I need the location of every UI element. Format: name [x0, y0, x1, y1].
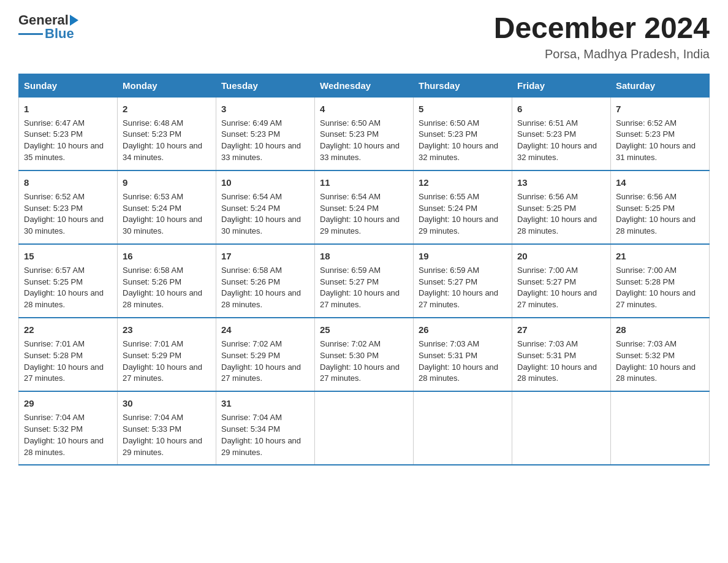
calendar-day-cell: 24Sunrise: 7:02 AMSunset: 5:29 PMDayligh… [216, 318, 315, 391]
day-info: Sunrise: 7:04 AMSunset: 5:33 PMDaylight:… [123, 413, 202, 457]
day-number: 9 [123, 176, 211, 190]
calendar-day-cell [611, 391, 710, 465]
calendar-day-cell: 14Sunrise: 6:56 AMSunset: 5:25 PMDayligh… [611, 170, 710, 244]
day-info: Sunrise: 7:01 AMSunset: 5:29 PMDaylight:… [123, 339, 202, 383]
day-info: Sunrise: 7:02 AMSunset: 5:29 PMDaylight:… [221, 339, 301, 383]
calendar-day-cell: 13Sunrise: 6:56 AMSunset: 5:25 PMDayligh… [512, 170, 611, 244]
location: Porsa, Madhya Pradesh, India [494, 47, 710, 61]
calendar-day-cell: 31Sunrise: 7:04 AMSunset: 5:34 PMDayligh… [216, 391, 315, 465]
day-info: Sunrise: 6:49 AMSunset: 5:23 PMDaylight:… [221, 118, 301, 163]
day-info: Sunrise: 6:48 AMSunset: 5:23 PMDaylight:… [123, 118, 202, 163]
column-header-monday: Monday [118, 74, 216, 97]
column-header-saturday: Saturday [611, 74, 710, 97]
day-info: Sunrise: 6:58 AMSunset: 5:26 PMDaylight:… [221, 266, 301, 310]
calendar-day-cell: 7Sunrise: 6:52 AMSunset: 5:23 PMDaylight… [611, 97, 710, 170]
day-info: Sunrise: 6:56 AMSunset: 5:25 PMDaylight:… [616, 192, 696, 236]
calendar-day-cell: 20Sunrise: 7:00 AMSunset: 5:27 PMDayligh… [512, 244, 611, 318]
day-number: 10 [221, 176, 309, 190]
calendar-day-cell: 4Sunrise: 6:50 AMSunset: 5:23 PMDaylight… [315, 97, 414, 170]
day-number: 12 [419, 176, 507, 190]
day-info: Sunrise: 6:54 AMSunset: 5:24 PMDaylight:… [221, 192, 301, 236]
day-info: Sunrise: 7:00 AMSunset: 5:28 PMDaylight:… [616, 266, 696, 310]
header: General Blue December 2024 Porsa, Madhya… [18, 12, 710, 61]
calendar-day-cell [414, 391, 512, 465]
day-info: Sunrise: 6:53 AMSunset: 5:24 PMDaylight:… [123, 192, 202, 236]
calendar-day-cell: 22Sunrise: 7:01 AMSunset: 5:28 PMDayligh… [19, 318, 118, 391]
calendar-day-cell: 29Sunrise: 7:04 AMSunset: 5:32 PMDayligh… [19, 391, 118, 465]
day-info: Sunrise: 6:59 AMSunset: 5:27 PMDaylight:… [320, 266, 400, 310]
column-header-sunday: Sunday [19, 74, 118, 97]
calendar-day-cell: 16Sunrise: 6:58 AMSunset: 5:26 PMDayligh… [118, 244, 216, 318]
day-info: Sunrise: 6:50 AMSunset: 5:23 PMDaylight:… [419, 118, 498, 163]
calendar-day-cell: 1Sunrise: 6:47 AMSunset: 5:23 PMDaylight… [19, 97, 118, 170]
calendar-week-row: 8Sunrise: 6:52 AMSunset: 5:23 PMDaylight… [19, 170, 710, 244]
calendar-day-cell: 12Sunrise: 6:55 AMSunset: 5:24 PMDayligh… [414, 170, 512, 244]
day-number: 16 [123, 250, 211, 263]
day-number: 17 [221, 250, 309, 263]
day-number: 5 [419, 102, 507, 116]
month-title: December 2024 [494, 12, 710, 45]
day-info: Sunrise: 7:04 AMSunset: 5:32 PMDaylight:… [24, 413, 104, 457]
column-header-tuesday: Tuesday [216, 74, 315, 97]
day-info: Sunrise: 6:57 AMSunset: 5:25 PMDaylight:… [24, 266, 104, 310]
day-number: 3 [221, 102, 309, 116]
day-number: 24 [221, 323, 309, 337]
calendar-table: SundayMondayTuesdayWednesdayThursdayFrid… [18, 74, 710, 466]
day-info: Sunrise: 7:02 AMSunset: 5:30 PMDaylight:… [320, 339, 400, 383]
calendar-day-cell: 6Sunrise: 6:51 AMSunset: 5:23 PMDaylight… [512, 97, 611, 170]
day-number: 2 [123, 102, 211, 116]
day-number: 8 [24, 176, 112, 190]
day-number: 4 [320, 102, 408, 116]
calendar-day-cell: 27Sunrise: 7:03 AMSunset: 5:31 PMDayligh… [512, 318, 611, 391]
calendar-week-row: 15Sunrise: 6:57 AMSunset: 5:25 PMDayligh… [19, 244, 710, 318]
day-number: 13 [517, 176, 605, 190]
day-info: Sunrise: 6:58 AMSunset: 5:26 PMDaylight:… [123, 266, 202, 310]
day-number: 7 [616, 102, 704, 116]
calendar-day-cell: 25Sunrise: 7:02 AMSunset: 5:30 PMDayligh… [315, 318, 414, 391]
column-header-wednesday: Wednesday [315, 74, 414, 97]
day-info: Sunrise: 6:52 AMSunset: 5:23 PMDaylight:… [616, 118, 696, 163]
day-number: 11 [320, 176, 408, 190]
day-info: Sunrise: 6:56 AMSunset: 5:25 PMDaylight:… [517, 192, 597, 236]
day-info: Sunrise: 6:52 AMSunset: 5:23 PMDaylight:… [24, 192, 104, 236]
calendar-day-cell [315, 391, 414, 465]
day-number: 6 [517, 102, 605, 116]
calendar-day-cell: 18Sunrise: 6:59 AMSunset: 5:27 PMDayligh… [315, 244, 414, 318]
day-number: 27 [517, 323, 605, 337]
calendar-day-cell: 23Sunrise: 7:01 AMSunset: 5:29 PMDayligh… [118, 318, 216, 391]
calendar-day-cell: 26Sunrise: 7:03 AMSunset: 5:31 PMDayligh… [414, 318, 512, 391]
day-info: Sunrise: 6:50 AMSunset: 5:23 PMDaylight:… [320, 118, 400, 163]
calendar-week-row: 22Sunrise: 7:01 AMSunset: 5:28 PMDayligh… [19, 318, 710, 391]
calendar-week-row: 1Sunrise: 6:47 AMSunset: 5:23 PMDaylight… [19, 97, 710, 170]
calendar-day-cell: 21Sunrise: 7:00 AMSunset: 5:28 PMDayligh… [611, 244, 710, 318]
day-info: Sunrise: 6:47 AMSunset: 5:23 PMDaylight:… [24, 118, 104, 163]
calendar-header-row: SundayMondayTuesdayWednesdayThursdayFrid… [19, 74, 710, 97]
logo-blue: Blue [45, 26, 74, 42]
logo-arrow-icon [70, 15, 78, 26]
calendar-day-cell: 28Sunrise: 7:03 AMSunset: 5:32 PMDayligh… [611, 318, 710, 391]
calendar-day-cell: 3Sunrise: 6:49 AMSunset: 5:23 PMDaylight… [216, 97, 315, 170]
calendar-day-cell [512, 391, 611, 465]
day-info: Sunrise: 6:55 AMSunset: 5:24 PMDaylight:… [419, 192, 498, 236]
day-number: 25 [320, 323, 408, 337]
title-area: December 2024 Porsa, Madhya Pradesh, Ind… [494, 12, 710, 61]
day-info: Sunrise: 6:51 AMSunset: 5:23 PMDaylight:… [517, 118, 597, 163]
day-number: 23 [123, 323, 211, 337]
day-number: 1 [24, 102, 112, 116]
day-number: 28 [616, 323, 704, 337]
calendar-day-cell: 9Sunrise: 6:53 AMSunset: 5:24 PMDaylight… [118, 170, 216, 244]
calendar-day-cell: 19Sunrise: 6:59 AMSunset: 5:27 PMDayligh… [414, 244, 512, 318]
day-info: Sunrise: 7:03 AMSunset: 5:31 PMDaylight:… [517, 339, 597, 383]
calendar-day-cell: 11Sunrise: 6:54 AMSunset: 5:24 PMDayligh… [315, 170, 414, 244]
day-info: Sunrise: 7:03 AMSunset: 5:32 PMDaylight:… [616, 339, 696, 383]
day-info: Sunrise: 7:01 AMSunset: 5:28 PMDaylight:… [24, 339, 104, 383]
day-info: Sunrise: 6:54 AMSunset: 5:24 PMDaylight:… [320, 192, 400, 236]
calendar-day-cell: 8Sunrise: 6:52 AMSunset: 5:23 PMDaylight… [19, 170, 118, 244]
calendar-day-cell: 2Sunrise: 6:48 AMSunset: 5:23 PMDaylight… [118, 97, 216, 170]
day-number: 29 [24, 397, 112, 410]
column-header-thursday: Thursday [414, 74, 512, 97]
day-number: 22 [24, 323, 112, 337]
day-number: 30 [123, 397, 211, 410]
calendar-day-cell: 5Sunrise: 6:50 AMSunset: 5:23 PMDaylight… [414, 97, 512, 170]
day-info: Sunrise: 6:59 AMSunset: 5:27 PMDaylight:… [419, 266, 498, 310]
